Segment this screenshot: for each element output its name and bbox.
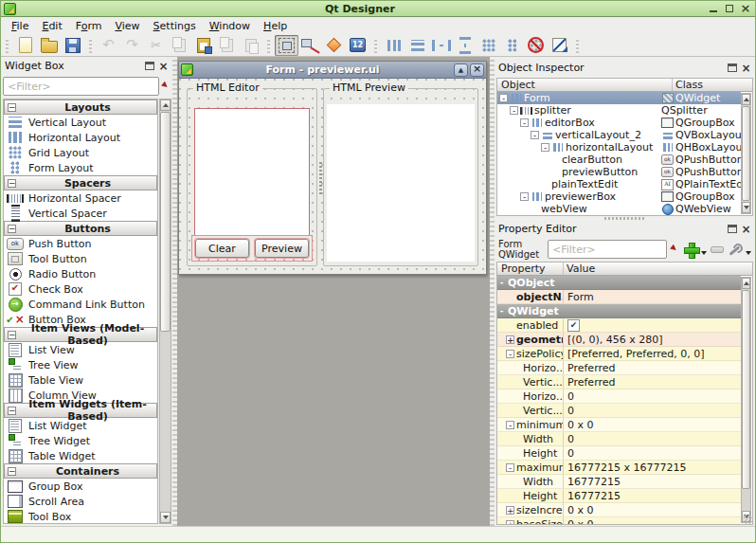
expander-icon[interactable]: -: [520, 192, 529, 201]
expander-icon[interactable]: [506, 293, 514, 301]
property-value[interactable]: [555, 276, 741, 289]
cut-icon[interactable]: [144, 35, 168, 56]
expander-icon[interactable]: [551, 155, 560, 164]
expander-icon[interactable]: [531, 205, 539, 213]
property-value[interactable]: [(0, 0), 456 x 280]: [564, 333, 741, 346]
toolbar-separator[interactable]: [576, 38, 579, 53]
property-value[interactable]: 0: [564, 404, 741, 417]
widget-box-row[interactable]: Tool Button: [4, 251, 157, 266]
object-column-header[interactable]: Object: [497, 79, 673, 91]
property-value[interactable]: 0 x 0: [564, 418, 741, 431]
expander-icon[interactable]: [513, 478, 521, 486]
property-value[interactable]: 0: [564, 432, 741, 445]
close-panel-icon[interactable]: [741, 63, 751, 73]
value-column-label[interactable]: Value: [564, 262, 752, 275]
property-row[interactable]: Horizo... Preferred: [497, 361, 741, 375]
class-column-header[interactable]: Class: [673, 79, 752, 91]
menu-item[interactable]: View: [108, 19, 146, 34]
property-value[interactable]: 0: [564, 446, 741, 460]
property-row[interactable]: - maximum... 16777215 x 16777215: [497, 461, 741, 475]
widget-box-row[interactable]: Vertical Spacer: [4, 206, 157, 221]
property-row[interactable]: - sizePolicy [Preferred, Preferred, 0, 0…: [497, 347, 741, 361]
property-row[interactable]: + geometry [(0, 0), 456 x 280]: [497, 333, 741, 347]
property-value[interactable]: Form: [564, 290, 741, 303]
expander-icon[interactable]: -: [497, 307, 506, 316]
plain-text-edit[interactable]: [194, 108, 310, 236]
object-tree-row[interactable]: clearButton QPushButton: [497, 154, 741, 166]
property-value[interactable]: Preferred: [564, 361, 741, 374]
property-column-label[interactable]: Property: [497, 262, 564, 275]
property-value[interactable]: [559, 304, 741, 317]
preview-button[interactable]: Preview: [255, 239, 309, 258]
redo-icon[interactable]: [120, 35, 144, 56]
clear-button[interactable]: Clear: [195, 239, 249, 258]
property-row[interactable]: - minimum... 0 x 0: [497, 418, 741, 432]
lower-icon[interactable]: [215, 35, 239, 56]
property-value[interactable]: 16777215: [564, 489, 741, 502]
expander-icon[interactable]: [506, 321, 514, 330]
widget-box-row[interactable]: Group Box: [4, 479, 157, 494]
expander-icon[interactable]: -: [506, 463, 514, 472]
property-row[interactable]: Height 0: [497, 446, 741, 461]
form-close-button[interactable]: [470, 63, 484, 77]
tree-column-header[interactable]: Object Class: [497, 79, 752, 92]
scroll-up-icon[interactable]: [742, 94, 750, 105]
open-form-icon[interactable]: [37, 35, 61, 56]
collapse-icon[interactable]: [8, 331, 16, 339]
widget-box-row[interactable]: Horizontal Layout: [4, 130, 157, 145]
object-inspector-scrollbar[interactable]: [741, 93, 751, 214]
form-maximize-button[interactable]: [454, 63, 468, 77]
toolbar-separator[interactable]: [374, 38, 377, 53]
form-designer-window[interactable]: Form - previewer.ui HTML Editor Clear Pr…: [178, 61, 487, 275]
expander-icon[interactable]: -: [506, 421, 514, 429]
property-row[interactable]: Width 16777215: [497, 475, 741, 489]
expander-icon[interactable]: -: [497, 279, 506, 287]
object-tree-row[interactable]: - horizontalLayout QHBoxLayout: [497, 141, 741, 154]
layout-horizontal-icon[interactable]: [382, 35, 405, 56]
expander-icon[interactable]: +: [506, 520, 514, 526]
widget-box-row[interactable]: Check Box: [4, 281, 157, 297]
menu-item[interactable]: Help: [257, 19, 294, 34]
collapse-icon[interactable]: [8, 103, 16, 112]
property-row[interactable]: + sizeIncre... 0 x 0: [497, 503, 741, 517]
scrollbar-thumb[interactable]: [742, 290, 750, 489]
layout-vertical-icon[interactable]: [405, 35, 429, 56]
property-value[interactable]: 0 x 0: [564, 503, 741, 516]
property-row[interactable]: + baseSize 0 x 0: [497, 517, 741, 525]
property-row[interactable]: enabled: [497, 318, 741, 333]
expander-icon[interactable]: [513, 449, 521, 458]
expander-icon[interactable]: -: [541, 143, 549, 152]
menu-item[interactable]: Settings: [147, 19, 203, 34]
menu-item[interactable]: File: [5, 19, 35, 34]
widget-box-row[interactable]: Form Layout: [4, 160, 157, 175]
widget-box-row[interactable]: Command Link Button: [4, 297, 157, 312]
scroll-up-icon[interactable]: [160, 100, 171, 111]
widget-box-row[interactable]: Table Widget: [4, 448, 157, 463]
object-tree-row[interactable]: plainTextEdit QPlainTextEdit: [497, 178, 741, 190]
toolbar-separator[interactable]: [6, 38, 9, 53]
float-panel-icon[interactable]: [728, 225, 737, 233]
filter-clear-icon[interactable]: [670, 244, 680, 254]
paste-icon[interactable]: [191, 35, 215, 56]
expander-icon[interactable]: -: [510, 106, 518, 115]
form-window-titlebar[interactable]: Form - previewer.ui: [179, 62, 486, 79]
widget-box-row[interactable]: Layouts: [4, 100, 157, 115]
widget-box-row[interactable]: Radio Button: [4, 266, 157, 281]
property-editor-scrollbar[interactable]: [741, 277, 751, 523]
edit-widgets-icon[interactable]: [275, 35, 298, 56]
widget-box-row[interactable]: Item Views (Model-Based): [4, 327, 157, 342]
form-canvas[interactable]: HTML Editor Clear Preview HTML Preview: [179, 79, 486, 274]
configure-icon[interactable]: [728, 242, 744, 258]
object-tree-row[interactable]: - editorBox QGroupBox: [497, 117, 741, 129]
expander-icon[interactable]: +: [506, 506, 514, 515]
expander-icon[interactable]: -: [531, 131, 539, 139]
object-tree-row[interactable]: - Form QWidget: [497, 92, 741, 104]
widget-box-row[interactable]: Scroll Area: [4, 494, 157, 509]
layout-splitter-horizontal-icon[interactable]: [429, 35, 453, 56]
expander-icon[interactable]: [513, 364, 521, 372]
property-value[interactable]: [Preferred, Preferred, 0, 0]: [564, 347, 741, 360]
break-layout-icon[interactable]: [524, 35, 548, 56]
widget-box-row[interactable]: Push Button: [4, 236, 157, 251]
object-tree-row[interactable]: webView QWebView: [497, 203, 741, 215]
widget-box-row[interactable]: Buttons: [4, 221, 157, 236]
